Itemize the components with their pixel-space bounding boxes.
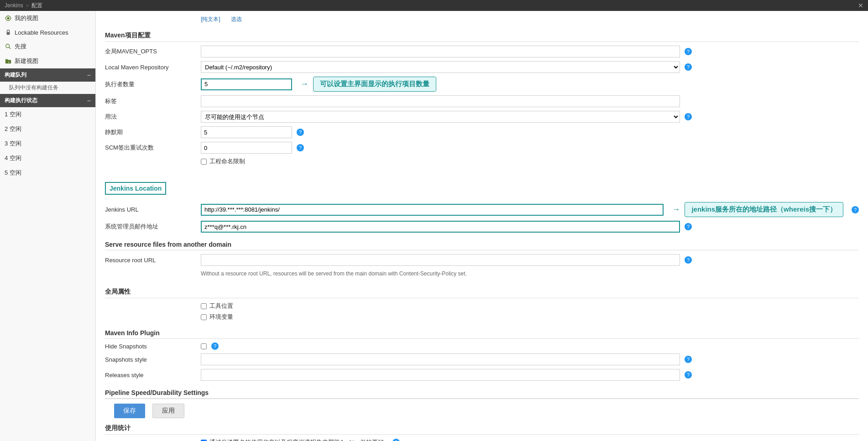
jenkins-url-input[interactable] — [201, 204, 664, 216]
jenkins-url-annotation: jenkins服务所在的地址路径（whereis搜一下） — [685, 202, 843, 217]
build-queue-collapse[interactable]: − — [87, 72, 91, 79]
env-vars-row: 环境变量 — [105, 313, 859, 321]
local-maven-repo-row: Local Maven Repository Default (~/.m2/re… — [105, 61, 859, 73]
admin-email-label: 系统管理员邮件地址 — [105, 223, 196, 231]
label-input[interactable] — [201, 95, 680, 107]
local-maven-repo-label: Local Maven Repository — [105, 64, 196, 71]
resource-root-url-input[interactable] — [201, 254, 680, 266]
snapshots-style-row: Snapshots style ? — [105, 353, 859, 365]
usage-stats-label: 通过发送匿名的使用信息以及程序崩溃报告来帮助Jenkins做的更好。 — [209, 438, 390, 441]
project-name-limit-row: 工程命名限制 — [105, 157, 859, 166]
jenkins-url-row: Jenkins URL → jenkins服务所在的地址路径（whereis搜一… — [105, 202, 859, 217]
folder-plus-icon: + — [5, 57, 12, 65]
usage-stats-row: 通过发送匿名的使用信息以及程序崩溃报告来帮助Jenkins做的更好。 ? — [105, 438, 859, 441]
plain-text-link[interactable]: [纯文本] — [201, 16, 220, 23]
build-executor-4[interactable]: 4 空闲 — [0, 151, 95, 166]
apply-button[interactable]: 应用 — [152, 404, 184, 418]
pipeline-settings-title: Pipeline Speed/Durability Settings — [105, 389, 859, 399]
executor-count-label: 执行者数量 — [105, 80, 196, 88]
hide-snapshots-info-icon[interactable]: ? — [211, 342, 219, 350]
admin-email-row: 系统管理员邮件地址 ? — [105, 221, 859, 233]
build-status-label: 构建执行状态 — [5, 97, 37, 104]
save-button[interactable]: 保存 — [114, 404, 145, 418]
eye-icon — [5, 15, 12, 22]
releases-style-input[interactable] — [201, 369, 680, 381]
executor-count-row: 执行者数量 → 可以设置主界面显示的执行项目数量 — [105, 77, 859, 92]
close-icon[interactable]: ✕ — [858, 2, 863, 9]
usage-stats-info-icon[interactable]: ? — [392, 439, 400, 441]
maven-section-title: Maven项目配置 — [105, 31, 859, 42]
quiet-period-input[interactable] — [201, 126, 292, 138]
svg-rect-1 — [7, 32, 10, 35]
usage-select[interactable]: 尽可能的使用这个节点 — [201, 111, 680, 123]
resource-root-url-info-icon[interactable]: ? — [685, 256, 692, 264]
project-name-limit-checkbox[interactable] — [201, 159, 207, 165]
usage-stats-title: 使用统计 — [105, 424, 859, 435]
breadcrumb-separator: » — [26, 2, 29, 9]
sidebar-item-search[interactable]: 先搜 — [0, 39, 95, 54]
sidebar-item-my-view[interactable]: 我的视图 — [0, 11, 95, 26]
build-status-collapse[interactable]: − — [87, 97, 91, 104]
hide-snapshots-label: Hide Snapshots — [105, 343, 196, 350]
sidebar: 我的视图 Lockable Resources 先搜 + 新建视图 构建队列 −… — [0, 11, 96, 441]
sidebar-label-new-view: 新建视图 — [15, 57, 38, 65]
sidebar-item-new-view[interactable]: + 新建视图 — [0, 54, 95, 68]
svg-text:+: + — [8, 60, 10, 63]
label-label: 标签 — [105, 97, 196, 105]
admin-email-info-icon[interactable]: ? — [685, 223, 692, 230]
admin-email-input[interactable] — [201, 221, 680, 233]
env-vars-checkbox[interactable] — [201, 314, 207, 320]
breadcrumb-home[interactable]: Jenkins — [5, 2, 23, 9]
maven-opts-label: 全局MAVEN_OPTS — [105, 47, 196, 56]
build-queue-section: 构建队列 − — [0, 68, 95, 82]
jenkins-location-title: Jenkins Location — [105, 182, 166, 195]
build-executor-3[interactable]: 3 空闲 — [0, 136, 95, 151]
quiet-period-label: 静默期 — [105, 128, 196, 136]
releases-style-row: Releases style ? — [105, 369, 859, 381]
maven-opts-info-icon[interactable]: ? — [685, 48, 692, 55]
build-queue-empty: 队列中没有构建任务 — [0, 82, 95, 94]
snapshots-style-info-icon[interactable]: ? — [685, 356, 692, 363]
executor-5-label: 5 空闲 — [5, 169, 21, 177]
lock-icon — [5, 29, 12, 36]
hide-snapshots-checkbox[interactable] — [201, 343, 207, 349]
quiet-period-row: 静默期 ? — [105, 126, 859, 138]
snapshots-style-label: Snapshots style — [105, 356, 196, 363]
tool-locations-checkbox[interactable] — [201, 303, 207, 309]
quiet-period-info-icon[interactable]: ? — [297, 129, 304, 136]
usage-info-icon[interactable]: ? — [685, 113, 692, 120]
local-maven-repo-select[interactable]: Default (~/.m2/repository) — [201, 61, 680, 73]
executor-annotation-arrow: → — [300, 79, 309, 89]
maven-opts-row: 全局MAVEN_OPTS ? — [105, 46, 859, 57]
bottom-action-bar: 保存 应用 — [105, 399, 859, 423]
scm-retry-row: SCM签出重试次数 ? — [105, 142, 859, 154]
build-executor-2[interactable]: 2 空闲 — [0, 122, 95, 136]
build-executor-1[interactable]: 1 空闲 — [0, 107, 95, 122]
executor-count-input[interactable] — [201, 78, 292, 90]
usage-stats-checkbox[interactable] — [201, 440, 207, 441]
svg-line-3 — [9, 47, 11, 49]
project-name-limit-label: 工程命名限制 — [209, 157, 245, 166]
maven-info-plugin-title: Maven Info Plugin — [105, 329, 859, 339]
main-content: [纯文本] 选选 Maven项目配置 全局MAVEN_OPTS ? Local … — [96, 11, 868, 441]
scm-retry-input[interactable] — [201, 142, 292, 154]
select-link[interactable]: 选选 — [231, 16, 242, 23]
releases-style-info-icon[interactable]: ? — [685, 371, 692, 379]
executor-annotation: 可以设置主界面显示的执行项目数量 — [313, 77, 436, 92]
snapshots-style-input[interactable] — [201, 353, 680, 365]
executor-2-label: 2 空闲 — [5, 125, 21, 133]
executor-1-label: 1 空闲 — [5, 110, 21, 119]
scm-retry-info-icon[interactable]: ? — [297, 144, 304, 151]
build-executor-5[interactable]: 5 空闲 — [0, 166, 95, 180]
maven-opts-input[interactable] — [201, 46, 680, 57]
local-maven-repo-info-icon[interactable]: ? — [685, 63, 692, 71]
svg-point-0 — [7, 17, 9, 19]
build-status-section: 构建执行状态 − — [0, 94, 95, 107]
jenkins-url-info-icon[interactable]: ? — [852, 206, 859, 213]
scm-retry-label: SCM签出重试次数 — [105, 144, 196, 152]
sidebar-item-lockable-resources[interactable]: Lockable Resources — [0, 26, 95, 39]
hide-snapshots-row: Hide Snapshots ? — [105, 342, 859, 350]
usage-row: 用法 尽可能的使用这个节点 ? — [105, 111, 859, 123]
resource-root-url-hint: Without a resource root URL, resources w… — [105, 270, 859, 280]
label-row: 标签 — [105, 95, 859, 107]
